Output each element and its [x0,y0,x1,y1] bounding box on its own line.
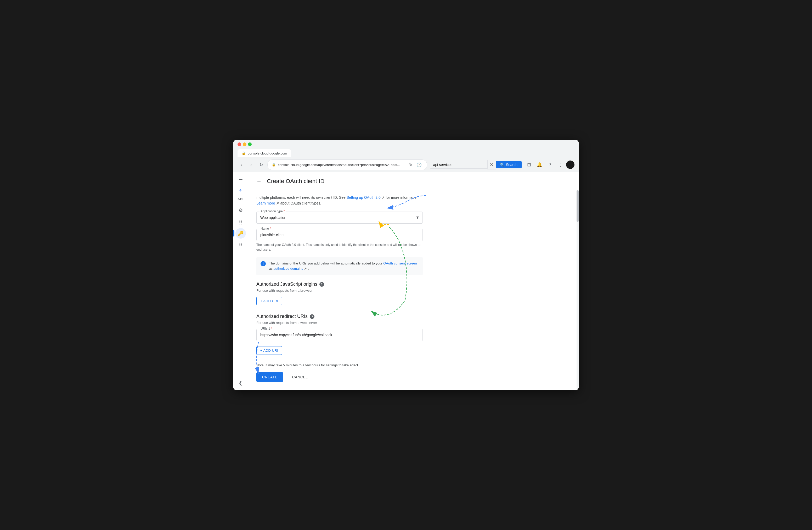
js-origins-help-icon[interactable]: ? [319,282,324,287]
js-origins-subtitle: For use with requests from a browser [256,289,423,293]
back-button[interactable]: ← [254,177,264,186]
uri-label: URIs 1 * [260,327,273,331]
sidebar-item-settings[interactable]: ⚙ [235,205,246,215]
app-type-label: Application type * [260,209,286,213]
js-add-uri-label: + ADD URI [260,299,278,303]
select-wrapper: Web application ▼ [256,212,423,224]
page-header: ← Create OAuth client ID [248,172,579,190]
form-container: multiple platforms, each will need its o… [248,190,431,390]
note-text: Note: It may take 5 minutes to a few hou… [256,363,423,367]
info-box-text: The domains of the URIs you add below wi… [269,261,419,272]
sidebar-item-more[interactable]: ⠿ [235,240,246,250]
redirect-uris-subtitle: For use with requests from a web server [256,321,423,325]
form-scroll-area: multiple platforms, each will need its o… [248,190,579,390]
sidebar-item-credentials[interactable]: 🔑 [235,228,246,239]
redirect-uris-title: Authorized redirect URIs ? [256,314,423,319]
maximize-button[interactable] [248,142,252,146]
name-field: Name * The name of your OAuth 2.0 client… [256,229,423,252]
minimize-button[interactable] [243,142,246,146]
js-add-uri-button[interactable]: + ADD URI [256,297,282,305]
name-required: * [270,227,271,231]
name-hint: The name of your OAuth 2.0 client. This … [256,242,423,252]
cast-icon[interactable]: ⊡ [524,160,534,169]
intro-text-middle: for more information. [386,195,419,199]
main-content: ← Create OAuth client ID multiple platfo… [248,172,579,390]
address-bar[interactable]: 🔒 console.cloud.google.com/apis/credenti… [267,159,427,170]
scrollbar-track [577,190,579,390]
uri-input[interactable] [256,329,423,341]
redirect-add-uri-label: + ADD URI [260,349,278,352]
search-button[interactable]: 🔍 Search [496,161,522,168]
search-label: Search [506,163,518,167]
intro-text-after: about OAuth client types. [280,201,321,205]
oauth-consent-screen-link[interactable]: OAuth consent screen [383,261,417,265]
grid-icon: ⠿ [239,242,242,248]
reload-button[interactable]: ↻ [257,161,265,168]
uri-field-1: URIs 1 * [256,329,423,341]
external-link-icon-3: ↗ [304,267,307,270]
search-clear-button[interactable]: ✕ [487,160,496,169]
collapse-icon: ❮ [238,380,243,386]
forward-nav-button[interactable]: › [247,161,255,168]
action-buttons: CREATE CANCEL [256,372,423,382]
learn-more-link[interactable]: Learn more [256,201,275,205]
help-icon[interactable]: ? [545,160,555,169]
js-origins-section: Authorized JavaScript origins ? For use … [256,281,423,305]
traffic-lights [237,142,252,146]
authorized-domains-link[interactable]: authorized domains [273,267,303,270]
uri-required: * [271,327,272,331]
app-type-select[interactable]: Web application [256,212,423,224]
external-link-icon-2: ↗ [276,201,279,205]
sidebar-item-dashboard[interactable]: ⣿ [235,217,246,227]
redirect-uris-section: Authorized redirect URIs ? For use with … [256,314,423,355]
name-input[interactable] [256,229,423,241]
back-nav-button[interactable]: ‹ [237,161,245,168]
history-icon[interactable]: 🕐 [416,161,423,168]
setting-up-oauth-link[interactable]: Setting up OAuth 2.0 [347,195,381,199]
create-button[interactable]: CREATE [256,372,283,382]
dashboard-icon: ⣿ [239,219,242,225]
search-input[interactable] [430,161,487,169]
redirect-add-uri-button[interactable]: + ADD URI [256,346,282,355]
redirect-uris-help-icon[interactable]: ? [310,314,315,319]
info-icon: i [261,261,266,266]
key-icon: 🔑 [238,231,244,236]
api-label: API [237,195,244,204]
google-cloud-logo: G [240,189,242,192]
user-avatar[interactable] [566,161,575,169]
reload-page-icon[interactable]: ↻ [408,162,413,168]
settings-icon: ⚙ [238,207,243,213]
uri-field-1-wrapper: URIs 1 * [256,329,423,341]
cancel-button[interactable]: CANCEL [287,372,314,382]
scrollbar-thumb[interactable] [577,190,579,222]
hamburger-menu[interactable]: ☰ [235,175,246,185]
close-button[interactable] [237,142,241,146]
tab-url: console.cloud.google.com [248,151,287,155]
browser-tab[interactable]: 🔒 console.cloud.google.com [237,149,291,157]
more-options-icon[interactable]: ⋮ [556,160,565,169]
name-label: Name * [260,227,272,231]
info-box: i The domains of the URIs you add below … [256,257,423,276]
app-type-required: * [284,209,285,213]
intro-paragraph: multiple platforms, each will need its o… [256,195,423,206]
search-bar: ✕ 🔍 Search [430,160,522,169]
search-icon: 🔍 [500,163,504,167]
notifications-icon[interactable]: 🔔 [535,160,544,169]
sidebar-item-collapse[interactable]: ❮ [235,378,246,388]
external-link-icon-1: ↗ [382,195,385,199]
url-text: console.cloud.google.com/apis/credential… [278,163,406,167]
sidebar: ☰ G API ⚙ ⣿ 🔑 ⠿ ❮ [233,172,248,390]
intro-text-before: multiple platforms, each will need its o… [256,195,347,199]
js-origins-title: Authorized JavaScript origins ? [256,281,423,287]
page-title: Create OAuth client ID [267,178,324,185]
app-type-field: Application type * Web application ▼ [256,212,423,224]
back-arrow-icon: ← [256,178,262,184]
